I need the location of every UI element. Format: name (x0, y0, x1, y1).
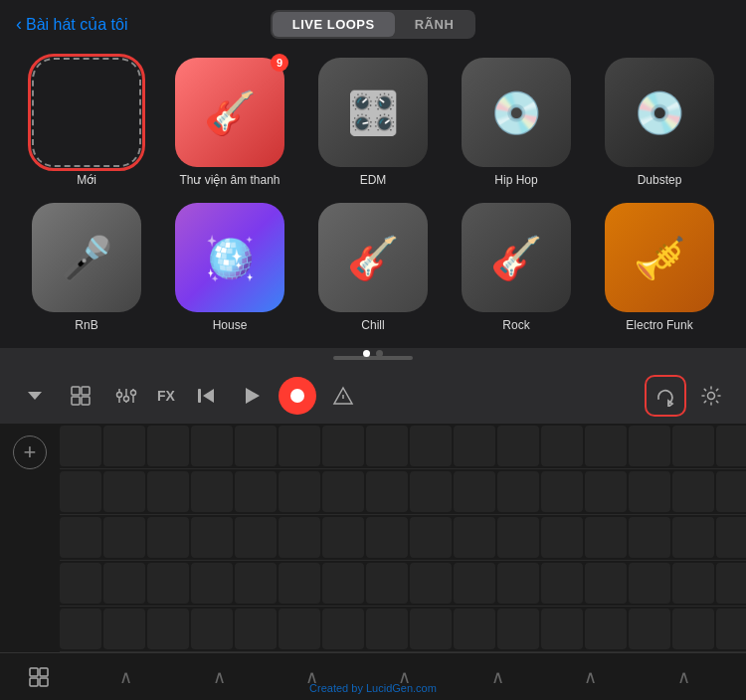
track-cell (366, 426, 408, 466)
svg-rect-3 (72, 397, 80, 405)
house-label: House (213, 318, 248, 332)
track-cell (672, 426, 714, 466)
toolbar: FX (0, 368, 746, 424)
track-cell (672, 517, 714, 558)
electrofunk-icon: 🎺 (605, 203, 714, 312)
thu-vien-icon: 🎸 (175, 58, 284, 167)
svg-rect-21 (40, 678, 48, 686)
track-cell (60, 517, 101, 558)
svg-marker-0 (28, 392, 42, 400)
dropdown-button[interactable] (16, 377, 54, 415)
track-cell (629, 609, 670, 649)
top-panel: ‹ Bài hát của tôi LIVE LOOPS RÃNH Mới 🎸 … (0, 0, 746, 348)
track-cell (497, 563, 539, 604)
track-cell (541, 563, 583, 604)
grid-view-button[interactable] (62, 377, 99, 415)
track-cell (585, 471, 627, 512)
track-cell (235, 517, 277, 558)
svg-point-17 (708, 393, 715, 400)
fx-button[interactable]: FX (157, 388, 175, 404)
track-cell (585, 563, 627, 604)
smart-control-button[interactable] (324, 377, 362, 415)
track-cell (103, 517, 145, 558)
track-cell (147, 563, 189, 604)
track-cell (454, 517, 495, 558)
track-cell (322, 563, 364, 604)
nav-chevron-5[interactable]: ∧ (479, 666, 516, 688)
track-cell (585, 517, 627, 558)
tab-ranh[interactable]: RÃNH (395, 12, 474, 37)
nav-chevron-6[interactable]: ∧ (572, 666, 609, 688)
track-cell (322, 426, 364, 466)
track-cell (235, 563, 277, 604)
back-button[interactable]: ‹ Bài hát của tôi (16, 14, 128, 35)
mixer-button[interactable] (107, 377, 145, 415)
nav-chevron-7[interactable]: ∧ (665, 666, 702, 688)
electrofunk-label: Electro Funk (626, 318, 692, 332)
svg-rect-1 (72, 387, 80, 395)
track-cell (147, 517, 189, 558)
loop-button[interactable] (647, 377, 684, 415)
bottom-nav: ∧ ∧ ∧ ∧ ∧ ∧ ∧ Created by LucidGen.com (0, 652, 746, 700)
track-cell (716, 471, 746, 512)
track-row (60, 607, 746, 652)
track-row (60, 515, 746, 561)
track-cell (716, 426, 746, 466)
svg-marker-13 (246, 388, 260, 404)
svg-point-9 (124, 397, 129, 402)
track-cell (454, 471, 495, 512)
nav-grid-icon[interactable] (16, 666, 62, 688)
settings-button[interactable] (692, 377, 730, 415)
track-cell (279, 563, 320, 604)
track-cell (366, 563, 408, 604)
play-button[interactable] (233, 377, 271, 415)
grid-item-hiphop[interactable]: 💿 Hip Hop (450, 58, 583, 187)
grid-item-edm[interactable]: 🎛️ EDM (306, 58, 440, 187)
hiphop-icon: 💿 (462, 58, 571, 167)
edm-icon: 🎛️ (318, 58, 428, 167)
tab-live-loops[interactable]: LIVE LOOPS (273, 12, 395, 37)
grid-item-chill[interactable]: 🎸 Chill (306, 203, 440, 332)
track-cell (541, 471, 583, 512)
track-cell (629, 517, 670, 558)
track-cell (410, 471, 452, 512)
dot-1 (363, 350, 370, 357)
track-cell (410, 426, 452, 466)
rnb-icon: 🎤 (32, 203, 141, 312)
grid-item-dubstep[interactable]: 💿 Dubstep (593, 58, 726, 187)
hiphop-label: Hip Hop (494, 173, 537, 187)
track-cell (147, 471, 189, 512)
chill-label: Chill (361, 318, 384, 332)
grid-item-thu-vien[interactable]: 🎸 9 Thư viện âm thanh (163, 58, 296, 187)
track-cell (279, 517, 320, 558)
genre-grid: Mới 🎸 9 Thư viện âm thanh 🎛️ EDM 💿 (0, 48, 746, 342)
rnb-label: RnB (75, 318, 97, 332)
back-label[interactable]: Bài hát của tôi (26, 15, 128, 34)
record-button[interactable] (279, 377, 316, 415)
nav-chevron-2[interactable]: ∧ (201, 666, 238, 688)
track-cell (629, 426, 670, 466)
grid-item-rnb[interactable]: 🎤 RnB (20, 203, 153, 332)
track-cell (454, 563, 495, 604)
edm-label: EDM (360, 173, 387, 187)
track-cell (497, 517, 539, 558)
track-cell (541, 517, 583, 558)
track-cell (366, 609, 408, 649)
grid-item-electrofunk[interactable]: 🎺 Electro Funk (593, 203, 726, 332)
house-icon: 🪩 (175, 203, 284, 312)
track-cell (454, 609, 495, 649)
track-cell (235, 609, 277, 649)
track-cell (235, 426, 277, 466)
track-cell (585, 609, 627, 649)
track-cell (366, 517, 408, 558)
track-row (60, 469, 746, 515)
track-cell (410, 517, 452, 558)
grid-item-new[interactable]: Mới (20, 58, 153, 187)
nav-chevron-1[interactable]: ∧ (107, 666, 144, 688)
track-cell (191, 426, 233, 466)
track-cell (585, 426, 627, 466)
grid-item-house[interactable]: 🪩 House (163, 203, 296, 332)
rewind-button[interactable] (187, 377, 225, 415)
add-track-button[interactable]: + (13, 436, 47, 469)
grid-item-rock[interactable]: 🎸 Rock (450, 203, 583, 332)
